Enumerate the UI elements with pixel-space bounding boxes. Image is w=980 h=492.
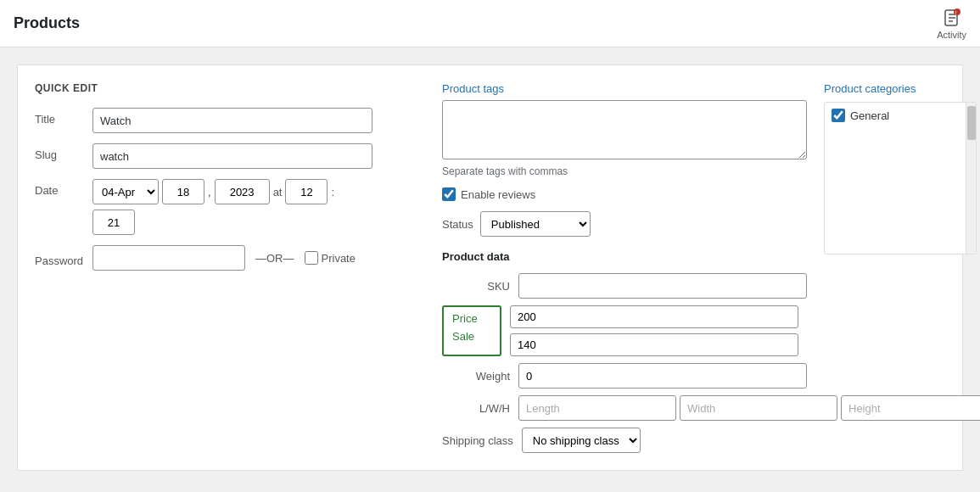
price-sale-row: Price Sale xyxy=(442,305,807,356)
category-general-label: General xyxy=(850,109,889,122)
sale-input[interactable] xyxy=(510,333,798,356)
scrollbar-thumb xyxy=(967,106,976,140)
date-minute-input[interactable] xyxy=(92,210,135,235)
shipping-label: Shipping class xyxy=(442,434,513,447)
right-section: Product categories General xyxy=(824,82,977,453)
slug-input[interactable] xyxy=(92,143,372,169)
date-month-select[interactable]: 04-Apr 01-Jan 02-Feb 03-Mar 05-May xyxy=(92,179,159,204)
title-label: Title xyxy=(35,108,86,126)
product-categories-label: Product categories xyxy=(824,82,977,95)
sku-row: SKU xyxy=(442,273,807,299)
category-general-checkbox[interactable] xyxy=(832,109,845,122)
left-section: QUICK EDIT Title Slug Date 04-Apr 01-Jan… xyxy=(35,82,425,453)
lwh-label: L/W/H xyxy=(442,402,510,415)
slug-label: Slug xyxy=(35,143,86,161)
status-select[interactable]: Published Draft Pending Private xyxy=(480,211,591,237)
activity-button[interactable]: ! Activity xyxy=(937,8,966,40)
product-tags-label: Product tags xyxy=(442,82,807,95)
lwh-inputs xyxy=(518,395,807,421)
product-tags-input[interactable] xyxy=(442,100,807,159)
length-input[interactable] xyxy=(518,395,676,421)
product-data-title: Product data xyxy=(442,250,807,263)
activity-icon: ! xyxy=(942,8,962,28)
page-title: Products xyxy=(14,14,80,32)
category-general: General xyxy=(832,106,969,125)
lwh-row: L/W/H xyxy=(442,395,807,421)
at-text: at xyxy=(273,186,283,198)
price-box-label: Price xyxy=(452,312,491,325)
width-input[interactable] xyxy=(680,395,837,421)
password-label: Password xyxy=(35,249,86,267)
date-label: Date xyxy=(35,179,86,197)
date-second-row xyxy=(92,210,334,235)
shipping-select[interactable]: No shipping class Standard Express xyxy=(522,428,641,453)
price-input[interactable] xyxy=(510,305,798,328)
title-row: Title xyxy=(35,108,425,133)
weight-row: Weight xyxy=(442,363,807,389)
enable-reviews-checkbox[interactable] xyxy=(442,187,456,201)
or-text: —OR— xyxy=(255,252,294,265)
sku-input[interactable] xyxy=(518,273,807,299)
scrollbar-track xyxy=(966,103,976,254)
date-year-input[interactable] xyxy=(215,179,270,204)
top-bar: Products ! Activity xyxy=(0,0,980,48)
product-data-grid: SKU Price Sale Weight xyxy=(442,273,807,453)
price-inputs xyxy=(510,305,798,356)
private-checkbox[interactable] xyxy=(305,251,318,265)
date-hour-input[interactable] xyxy=(285,179,328,204)
date-day-input[interactable] xyxy=(162,179,204,204)
price-sale-box: Price Sale xyxy=(442,305,501,356)
private-row: Private xyxy=(305,251,356,265)
quick-edit-panel: QUICK EDIT Title Slug Date 04-Apr 01-Jan… xyxy=(17,64,963,471)
enable-reviews-label: Enable reviews xyxy=(461,188,535,201)
shipping-row: Shipping class No shipping class Standar… xyxy=(442,428,807,453)
sku-label: SKU xyxy=(442,280,510,293)
categories-list[interactable]: General xyxy=(824,102,977,254)
quick-edit-title: QUICK EDIT xyxy=(35,82,425,94)
title-input[interactable] xyxy=(92,108,372,133)
enable-reviews-row: Enable reviews xyxy=(442,187,807,201)
password-row: Password —OR— Private xyxy=(35,245,425,271)
colon-text: : xyxy=(331,186,334,198)
tags-hint: Separate tags with commas xyxy=(442,165,807,177)
weight-input[interactable] xyxy=(518,363,807,389)
status-label: Status xyxy=(442,218,473,231)
date-inputs: 04-Apr 01-Jan 02-Feb 03-Mar 05-May , at … xyxy=(92,179,334,204)
date-row: Date 04-Apr 01-Jan 02-Feb 03-Mar 05-May … xyxy=(35,179,425,235)
password-input[interactable] xyxy=(92,245,245,271)
slug-row: Slug xyxy=(35,143,425,169)
sale-box-label: Sale xyxy=(452,330,491,343)
middle-section: Product tags Separate tags with commas E… xyxy=(442,82,807,453)
private-label: Private xyxy=(322,252,356,265)
main-content: QUICK EDIT Title Slug Date 04-Apr 01-Jan… xyxy=(0,48,980,488)
weight-label: Weight xyxy=(442,370,510,383)
status-row: Status Published Draft Pending Private xyxy=(442,211,807,237)
activity-label: Activity xyxy=(937,30,966,40)
